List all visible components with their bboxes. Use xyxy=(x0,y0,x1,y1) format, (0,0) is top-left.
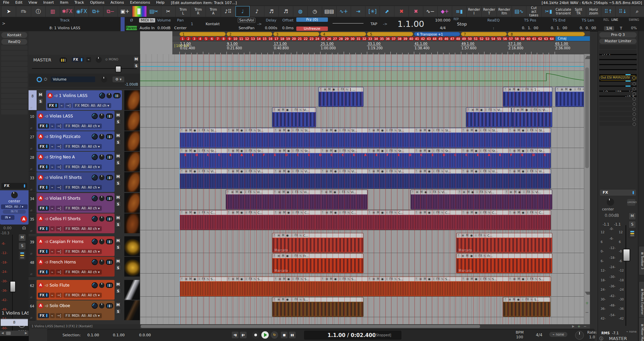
lock-icon[interactable]: ⊠ xyxy=(324,190,328,194)
empty-fx-slot[interactable] xyxy=(1,72,28,77)
track-name[interactable]: Solo Flute xyxy=(49,283,90,288)
mouse-cursor-icon[interactable]: ➤ xyxy=(1,6,16,17)
fx-icon[interactable]: FX xyxy=(342,190,346,194)
region-4[interactable]: 4 xyxy=(320,32,367,36)
comment-icon[interactable]: ● xyxy=(427,169,431,173)
new-folder-icon[interactable]: ▣+ xyxy=(118,6,132,17)
marker-22[interactable]: 22 xyxy=(303,37,308,41)
track-envelope-icon[interactable]: ⌁ xyxy=(59,103,64,108)
record-button[interactable] xyxy=(252,331,259,339)
marker-39[interactable]: 39 xyxy=(402,37,408,41)
send-slot[interactable] xyxy=(599,102,637,106)
item-header[interactable]: !⊠M●iFX∿Vi...!⊠M●iFX∿Vi...!⊠M●iFX∿Vi...!… xyxy=(226,190,367,194)
scroll-right-arrow[interactable]: ▶ xyxy=(25,331,27,335)
track-envelope-icon[interactable]: ⌁ xyxy=(50,206,55,211)
lock-icon[interactable]: ⊠ xyxy=(277,108,281,112)
track-volume-knob[interactable] xyxy=(99,239,104,244)
input-button[interactable]: IN ▾ xyxy=(1,215,14,220)
mute-icon[interactable]: M xyxy=(328,88,332,91)
go-start-button[interactable]: ⏴▮ xyxy=(232,332,239,338)
show-fx-icon[interactable]: ◉FX xyxy=(75,6,89,17)
record-arm-button[interactable]: A xyxy=(38,113,43,119)
track-input-icon[interactable]: →] xyxy=(56,206,62,211)
track-midi-input[interactable]: FXMIDI: All: All ch ▾ xyxy=(63,124,102,129)
vscroll-down-arrow[interactable] xyxy=(585,292,590,295)
grid-division-button[interactable]: 1/4 xyxy=(604,26,614,31)
item-header[interactable]: !⊠M●iFX∿ xyxy=(556,87,585,92)
eighth-note-icon[interactable]: ♪ xyxy=(250,6,264,17)
track-mute-button[interactable]: M xyxy=(38,92,43,97)
media-item[interactable]: !⊠M●iFX∿C...!⊠M●iFX∿C...!⊠M●iFX∿C...!⊠M●… xyxy=(179,210,551,230)
empty-fx-slot[interactable] xyxy=(1,88,28,93)
marker-32[interactable]: 32 xyxy=(361,37,367,41)
marker-10[interactable]: 10 xyxy=(232,37,238,41)
marker-51[interactable]: 51 xyxy=(473,37,479,41)
item-header[interactable]: !⊠M●iFX∿Fr... xyxy=(272,254,363,258)
comment-icon[interactable]: ● xyxy=(424,190,428,194)
track-solo-button[interactable]: S xyxy=(115,160,121,165)
envelope-icon[interactable]: ∿ xyxy=(299,234,303,237)
envelope-icon[interactable]: ∿ xyxy=(492,108,497,112)
track-fx-button[interactable]: FX xyxy=(38,185,49,190)
pan-knob[interactable] xyxy=(11,192,18,198)
envelope-write-icon[interactable]: ∿+ xyxy=(337,6,351,17)
audio-in-button[interactable]: Audio In xyxy=(138,26,156,30)
note-icon[interactable]: ! xyxy=(503,298,507,301)
track-panel-body[interactable]: A◁)Violas LASSFX⌁→]FXMIDI: All: All ch ▾ xyxy=(37,111,115,131)
comment-icon[interactable]: ● xyxy=(474,277,478,281)
track-meter-pill[interactable] xyxy=(106,134,113,139)
track-mute-button[interactable]: M xyxy=(115,238,121,243)
menu-options[interactable]: Options xyxy=(87,0,107,5)
marker-27[interactable]: 27 xyxy=(332,37,338,41)
mute-icon[interactable]: M xyxy=(281,234,285,237)
comment-icon[interactable]: ● xyxy=(521,129,525,132)
track-volume-knob[interactable] xyxy=(106,93,112,98)
track-mute-button[interactable]: M xyxy=(115,302,121,307)
track-mute-button[interactable]: M xyxy=(115,194,121,200)
marker-55[interactable]: 55 xyxy=(496,37,502,41)
track-solo-button[interactable]: S xyxy=(115,288,121,294)
comment-icon[interactable]: ● xyxy=(427,149,431,153)
region-7[interactable]: 7 xyxy=(461,32,507,36)
note-icon[interactable]: ! xyxy=(272,108,276,112)
info-icon[interactable]: i xyxy=(290,254,294,258)
envelope-icon[interactable]: ∿ xyxy=(299,190,303,194)
comment-icon[interactable]: ● xyxy=(521,211,525,214)
track-pan-knob[interactable] xyxy=(92,113,98,119)
master-pan-knob[interactable] xyxy=(607,198,614,206)
sendpan-button[interactable]: SendPan xyxy=(237,26,257,30)
empty-fx-slot[interactable] xyxy=(1,78,28,82)
item-header[interactable]: !⊠M●iFX∿Vi...!⊠M●iFX∿Vi...!⊠M●iFX∿Vi...!… xyxy=(180,169,551,174)
track-mute-button[interactable]: M xyxy=(115,153,121,159)
track-mute-button[interactable]: M xyxy=(115,215,121,221)
track-midi-input[interactable]: FXMIDI: All: All ch ▾ xyxy=(63,293,102,298)
master-fx-button[interactable]: FX xyxy=(72,57,84,62)
loop-button[interactable]: ↻ xyxy=(271,331,278,339)
comment-icon[interactable]: ● xyxy=(427,129,431,132)
track-volume-knob[interactable] xyxy=(99,196,104,201)
menu-edit[interactable]: Edit xyxy=(12,0,25,5)
marker-50[interactable]: 50 xyxy=(467,37,473,41)
info-icon[interactable]: i xyxy=(290,190,294,194)
lock-icon[interactable]: ⊠ xyxy=(509,190,513,194)
envelope-remove-icon[interactable]: ∿− xyxy=(423,6,438,17)
marker-18[interactable]: 18 xyxy=(280,37,285,41)
track-panel-body[interactable]: A◁)String PizzicatoFX⌁→]FXMIDI: All: All… xyxy=(37,131,115,151)
track-fx-button[interactable]: FX xyxy=(38,226,49,231)
track-fx-button[interactable]: FX xyxy=(38,164,49,169)
track-mute-button[interactable]: M xyxy=(115,112,121,118)
track-mute-button[interactable]: M xyxy=(115,174,121,179)
track-volume-knob[interactable] xyxy=(99,216,104,222)
track-midi-input[interactable]: FXMIDI: All: All ch ▾ xyxy=(63,270,102,275)
monitor-speaker-icon[interactable]: ◁) xyxy=(45,304,48,307)
master-fx-slot-reaeq[interactable]: ReaEQ xyxy=(1,39,27,45)
marker-41[interactable]: 41 xyxy=(414,37,420,41)
master-solo-button[interactable]: S xyxy=(133,63,139,68)
ts-pos-value[interactable]: 0. 1. 00 xyxy=(516,26,544,30)
send-slot[interactable] xyxy=(599,112,637,116)
midi-route-button[interactable]: MIDI: All: / ▾ xyxy=(1,204,28,209)
mute-icon[interactable]: M xyxy=(513,190,517,194)
arrange-row-8[interactable]: !⊠M●iFX∿1 ...!⊠M●iFX∿1 ...!⊠M●iFX∿ xyxy=(140,87,590,107)
trim-right-button[interactable]: Trim R xyxy=(191,6,206,17)
marker-60[interactable]: 60 xyxy=(526,37,531,41)
